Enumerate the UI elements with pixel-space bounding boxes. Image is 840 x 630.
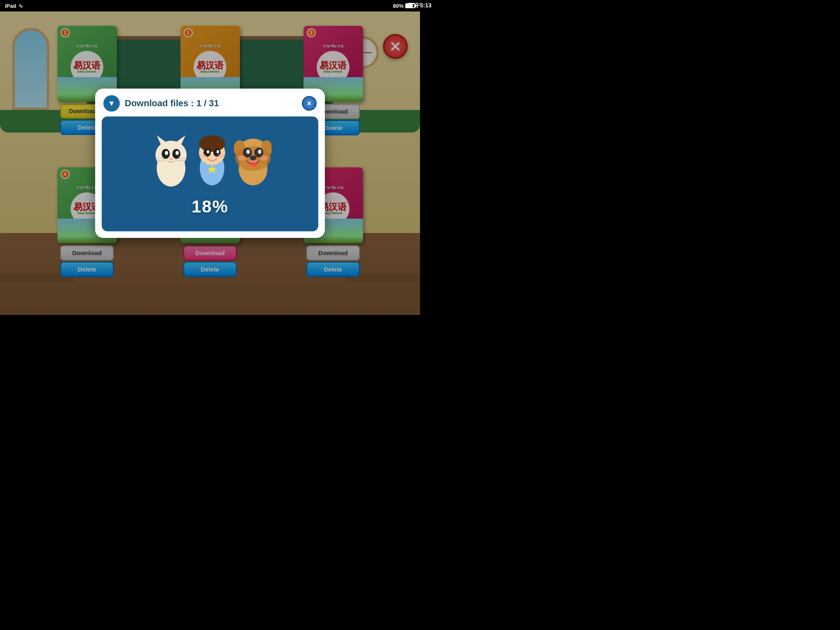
battery-percentage: 80% (393, 3, 404, 9)
mascot-characters (148, 131, 272, 197)
status-bar: iPad ∿ 下午5:13 80% (0, 0, 420, 11)
svg-point-8 (169, 158, 173, 160)
svg-point-34 (238, 155, 246, 160)
svg-point-6 (165, 151, 168, 155)
wifi-icon: ∿ (18, 3, 23, 9)
svg-point-15 (199, 135, 225, 152)
battery-icon (405, 3, 415, 8)
svg-point-7 (176, 151, 179, 155)
svg-point-1 (155, 141, 187, 169)
svg-point-19 (217, 150, 219, 153)
progress-percent-text: 18% (192, 197, 228, 217)
download-icon (103, 95, 120, 112)
modal-progress-area: 18% (102, 116, 318, 231)
modal-overlay: Download files : 1 / 31 × (0, 11, 420, 315)
modal-title: Download files : 1 / 31 (125, 98, 219, 109)
svg-point-20 (200, 154, 206, 158)
main-content: 1 ภาษาจีน ง่าย 易汉语 Easy Chinese Download… (0, 11, 420, 315)
modal-header: Download files : 1 / 31 × (102, 95, 318, 112)
modal-close-button[interactable]: × (302, 96, 317, 111)
svg-point-32 (250, 155, 256, 160)
svg-point-30 (247, 150, 250, 154)
svg-point-21 (218, 154, 224, 158)
svg-marker-2 (157, 135, 167, 144)
svg-point-18 (207, 150, 209, 153)
svg-marker-3 (175, 135, 185, 144)
svg-point-31 (258, 150, 261, 154)
modal-box: Download files : 1 / 31 × (95, 89, 325, 238)
svg-point-33 (249, 162, 257, 167)
svg-point-35 (260, 155, 268, 160)
device-label: iPad (5, 3, 16, 9)
